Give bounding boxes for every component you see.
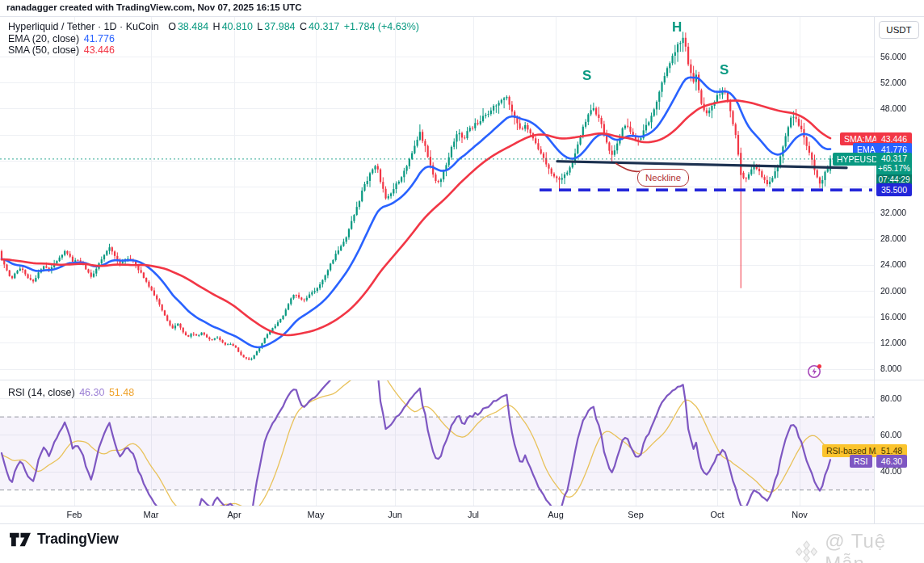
month-label: Oct: [710, 510, 724, 519]
month-label: May: [308, 510, 325, 519]
time-axis-divider: [0, 506, 924, 506]
neckline-callout[interactable]: Neckline: [637, 169, 689, 187]
tradingview-logo-icon: [10, 530, 32, 548]
chart-credit: ranadagger created with TradingView.com,…: [6, 2, 302, 12]
rsi-value: 46.30: [79, 387, 104, 398]
symbol-legend-row[interactable]: Hyperliquid / Tether · 1D · KuCoin O38.4…: [8, 21, 421, 32]
symbol-title[interactable]: Hyperliquid / Tether · 1D · KuCoin: [8, 21, 159, 32]
rsi-axis-tick: 60.00: [880, 430, 913, 439]
rsi-tag-value: 46.30: [876, 455, 907, 468]
footer-divider: [0, 523, 924, 524]
neckline-callout-tail: [614, 159, 641, 174]
ema-value: 41.776: [84, 33, 115, 44]
low-label: L: [257, 21, 262, 32]
sma-value: 43.446: [84, 44, 115, 56]
price-axis-tick: 28.000: [880, 233, 913, 243]
rsi-ma-value: 51.48: [109, 387, 134, 398]
month-label: Nov: [792, 510, 808, 519]
tradingview-logo[interactable]: TradingView: [10, 530, 119, 548]
price-axis-tick: 20.000: [880, 286, 913, 296]
rsi-legend-row[interactable]: RSI (14, close) 46.30 51.48: [8, 387, 136, 398]
high-label: H: [213, 21, 220, 32]
sma-legend-row[interactable]: SMA (50, close) 43.446: [8, 44, 116, 56]
header-divider: [0, 16, 924, 17]
month-label: Aug: [548, 510, 564, 519]
month-label: Jun: [388, 510, 402, 519]
rsi-panel-divider[interactable]: [0, 380, 924, 380]
price-axis-tick: 56.000: [880, 52, 913, 61]
tradingview-chart-window: ranadagger created with TradingView.com,…: [0, 0, 924, 563]
currency-toggle-button[interactable]: USDT: [879, 21, 919, 39]
high-value: 40.810: [222, 21, 253, 32]
price-axis-tick: 48.000: [880, 103, 913, 113]
last-price-value: 40.317: [876, 153, 912, 165]
tradingview-logo-text: TradingView: [37, 531, 119, 548]
right-shoulder-label[interactable]: S: [720, 62, 729, 78]
rsi-axis-tick: 40.00: [880, 466, 913, 476]
author-watermark: @ Tuệ Mẫn: [793, 530, 924, 563]
rsi-tag-label: RSI: [850, 455, 872, 468]
chart-canvas[interactable]: [0, 0, 924, 563]
sma-label: SMA (50, close): [8, 44, 79, 56]
price-axis-tick: 32.000: [880, 208, 913, 217]
price-axis-tick: 52.000: [880, 78, 913, 87]
low-value: 37.984: [264, 21, 295, 32]
close-label: C: [300, 21, 307, 32]
price-axis-tick: 8.000: [880, 363, 913, 373]
left-shoulder-label[interactable]: S: [582, 68, 591, 84]
last-price-tag-stack: 40.317 +65.17% 07:44:29: [876, 153, 912, 186]
ema-legend-row[interactable]: EMA (20, close) 41.776: [8, 33, 116, 44]
support-tag-value: 35.500: [876, 183, 912, 196]
month-label: Apr: [227, 510, 241, 519]
watermark-icon: [793, 540, 820, 563]
price-axis-tick: 24.000: [880, 259, 913, 269]
rsi-label: RSI (14, close): [8, 387, 75, 398]
change-value: +1.784 (+4.63%): [344, 21, 419, 32]
rsi-axis-tick: 80.00: [880, 393, 913, 403]
ema-label: EMA (20, close): [8, 33, 79, 44]
flash-boost-icon[interactable]: [807, 363, 822, 379]
month-label: Feb: [67, 510, 82, 519]
last-price-change: +65.17%: [876, 165, 912, 174]
rsi-value-tag[interactable]: RSI 46.30: [850, 455, 872, 468]
open-value: 38.484: [178, 21, 208, 32]
month-label: Mar: [144, 510, 159, 519]
close-value: 40.317: [309, 21, 339, 32]
last-price-tag[interactable]: HYPEUSDT 40.317 +65.17% 07:44:29: [833, 153, 887, 166]
watermark-text: @ Tuệ Mẫn: [825, 530, 924, 563]
price-axis-tick: 12.000: [880, 338, 913, 347]
month-label: Jul: [468, 510, 479, 519]
month-label: Sep: [628, 510, 644, 519]
price-axis-tick: 16.000: [880, 312, 913, 321]
head-label[interactable]: H: [672, 19, 682, 36]
open-label: O: [168, 21, 176, 32]
